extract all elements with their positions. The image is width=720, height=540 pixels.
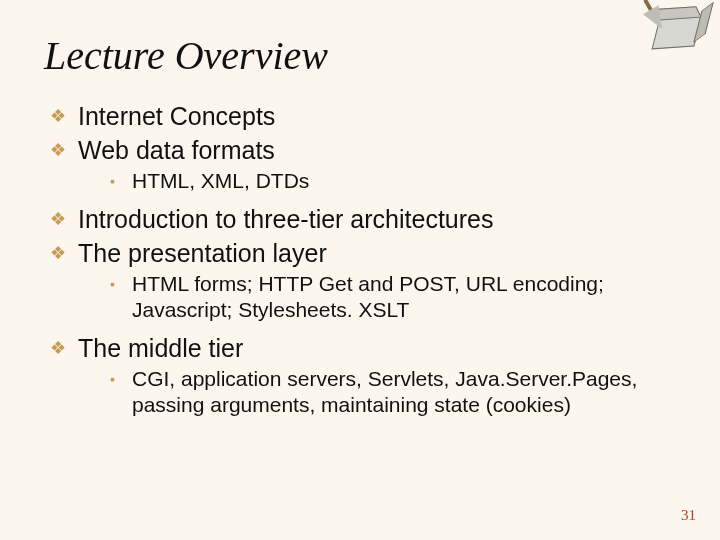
list-item: ❖ Internet Concepts [48,101,660,131]
diamond-bullet-icon: ❖ [48,204,78,234]
list-item-label: The middle tier [78,333,243,363]
diamond-bullet-icon: ❖ [48,135,78,165]
sub-list-item: ▪ CGI, application servers, Servlets, Ja… [110,366,660,418]
diamond-bullet-icon: ❖ [48,333,78,363]
list-item-label: Web data formats [78,135,275,165]
list-item-label: Internet Concepts [78,101,275,131]
square-bullet-icon: ▪ [110,366,132,392]
outline-list: ❖ Internet Concepts ❖ Web data formats ▪… [48,101,660,418]
list-item: ❖ The presentation layer [48,238,660,268]
list-item-label: The presentation layer [78,238,327,268]
square-bullet-icon: ▪ [110,271,132,297]
page-number: 31 [681,507,696,524]
diamond-bullet-icon: ❖ [48,101,78,131]
list-item: ❖ The middle tier [48,333,660,363]
slide-title: Lecture Overview [44,32,720,79]
sub-list-item: ▪ HTML forms; HTTP Get and POST, URL enc… [110,271,660,323]
sub-list-item-label: HTML forms; HTTP Get and POST, URL encod… [132,271,660,323]
list-item: ❖ Introduction to three-tier architectur… [48,204,660,234]
sub-list-item-label: CGI, application servers, Servlets, Java… [132,366,660,418]
diamond-bullet-icon: ❖ [48,238,78,268]
sub-list-item-label: HTML, XML, DTDs [132,168,309,194]
trowel-block-icon [642,2,706,60]
square-bullet-icon: ▪ [110,168,132,194]
list-item: ❖ Web data formats [48,135,660,165]
sub-list-item: ▪ HTML, XML, DTDs [110,168,660,194]
list-item-label: Introduction to three-tier architectures [78,204,493,234]
